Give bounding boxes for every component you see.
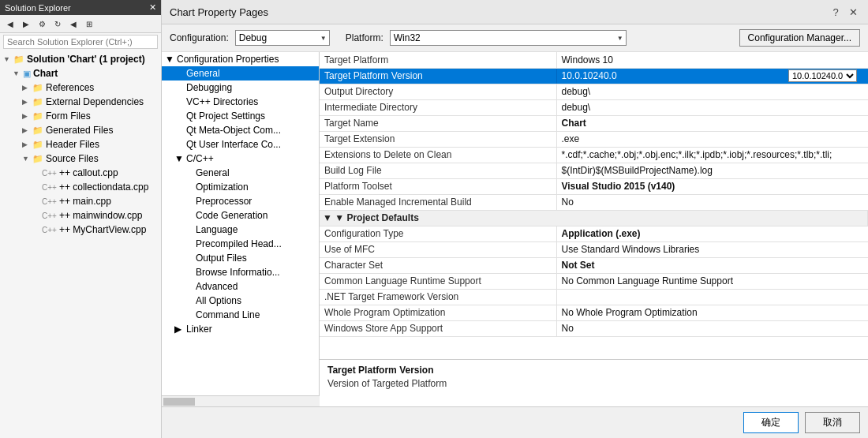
- se-tree-item[interactable]: C++++ main.cpp: [0, 194, 161, 208]
- property-tree-item[interactable]: Preprocessor: [162, 194, 319, 208]
- cancel-button[interactable]: 取消: [805, 412, 860, 433]
- prop-tree-label: Code Generation: [196, 210, 268, 221]
- project-icon: ▣: [23, 69, 31, 79]
- prop-value-cell: 10.0.10240.0 10.0.10240.0: [556, 68, 868, 84]
- se-tree-item[interactable]: ▼📁Source Files: [0, 152, 161, 166]
- prop-tree-label: Qt Project Settings: [186, 110, 265, 122]
- dialog-help-button[interactable]: ?: [829, 5, 843, 19]
- prop-name-cell: Windows Store App Support: [320, 320, 556, 336]
- property-row[interactable]: ▼ ▼ Project Defaults: [320, 210, 868, 226]
- prop-tree-label: VC++ Directories: [186, 96, 258, 107]
- dialog-titlebar: Chart Property Pages ? ✕: [162, 0, 868, 24]
- property-row[interactable]: Enable Managed Incremental Build No: [320, 194, 868, 210]
- se-toolbar-btn-2[interactable]: ▶: [19, 17, 33, 31]
- se-tree-item[interactable]: C++++ collectiondata.cpp: [0, 180, 161, 194]
- se-toolbar-btn-1[interactable]: ◀: [3, 17, 17, 31]
- property-row[interactable]: Whole Program Optimization No Whole Prog…: [320, 305, 868, 320]
- prop-value-cell: Application (.exe): [556, 226, 868, 241]
- property-tree-item[interactable]: Language: [162, 223, 319, 237]
- solution-explorer-header: Solution Explorer ✕: [0, 0, 161, 15]
- dialog-close-button[interactable]: ✕: [846, 5, 860, 19]
- property-tree-item[interactable]: Browse Informatio...: [162, 265, 319, 279]
- property-tree-item[interactable]: Advanced: [162, 279, 319, 294]
- solution-explorer-close-icon[interactable]: ✕: [149, 2, 156, 13]
- config-manager-button[interactable]: Configuration Manager...: [739, 29, 860, 47]
- property-tree-item[interactable]: Optimization: [162, 180, 319, 194]
- tree-item-label: ++ main.cpp: [59, 196, 111, 207]
- property-tree-item[interactable]: Precompiled Head...: [162, 237, 319, 251]
- property-tree-item[interactable]: Qt User Interface Co...: [162, 137, 319, 152]
- se-tree-item[interactable]: ▼▣Chart: [0, 66, 161, 80]
- ok-button[interactable]: 确定: [743, 412, 799, 433]
- property-row[interactable]: Target Platform Version 10.0.10240.0 10.…: [320, 68, 868, 84]
- file-icon: C++: [42, 197, 57, 206]
- property-row[interactable]: Extensions to Delete on Clean *.cdf;*.ca…: [320, 147, 868, 163]
- tree-scrollbar-thumb[interactable]: [163, 398, 195, 406]
- se-tree-item[interactable]: ▶📁Header Files: [0, 137, 161, 152]
- prop-value-cell: Visual Studio 2015 (v140): [556, 178, 868, 194]
- prop-value: .exe: [562, 133, 580, 144]
- platform-select[interactable]: Win32: [390, 30, 627, 46]
- property-row[interactable]: Use of MFC Use Standard Windows Librarie…: [320, 241, 868, 257]
- se-tree-item[interactable]: ▶📁Generated Files: [0, 123, 161, 137]
- property-tree-item[interactable]: Command Line: [162, 308, 319, 322]
- property-row[interactable]: Common Language Runtime Support No Commo…: [320, 273, 868, 289]
- se-toolbar-btn-6[interactable]: ⊞: [82, 17, 96, 31]
- se-tree-item[interactable]: ▶📁External Dependencies: [0, 95, 161, 109]
- property-tree-item[interactable]: General: [162, 166, 319, 180]
- se-toolbar-btn-5[interactable]: ◀: [66, 17, 80, 31]
- tree-arrow: ▼: [22, 155, 30, 163]
- property-row[interactable]: Platform Toolset Visual Studio 2015 (v14…: [320, 178, 868, 194]
- prop-tree-label: Advanced: [196, 281, 238, 292]
- property-tree-item[interactable]: Code Generation: [162, 208, 319, 223]
- property-row[interactable]: .NET Target Framework Version: [320, 289, 868, 305]
- se-toolbar-btn-3[interactable]: ⚙: [35, 17, 49, 31]
- se-toolbar-btn-4[interactable]: ↻: [51, 17, 65, 31]
- prop-value: debug\: [562, 86, 591, 97]
- prop-name-cell: Output Directory: [320, 84, 556, 99]
- folder-icon: 📁: [32, 111, 43, 122]
- property-tree-item[interactable]: ▼C/C++: [162, 152, 319, 166]
- property-row[interactable]: Target Name Chart: [320, 115, 868, 131]
- property-row[interactable]: Character Set Not Set: [320, 257, 868, 273]
- property-tree-item[interactable]: General: [162, 66, 319, 80]
- solution-explorer-search[interactable]: [3, 35, 158, 49]
- property-tree-item[interactable]: All Options: [162, 294, 319, 308]
- prop-tree-label: Linker: [186, 324, 212, 335]
- se-tree-item[interactable]: C++++ MyChartView.cpp: [0, 223, 161, 237]
- property-tree-item[interactable]: Qt Meta-Object Com...: [162, 123, 319, 137]
- property-row[interactable]: Target Platform Windows 10: [320, 52, 868, 68]
- tree-arrow: ▶: [22, 126, 30, 134]
- file-icon: C++: [42, 226, 57, 234]
- property-row[interactable]: Build Log File $(IntDir)$(MSBuildProject…: [320, 163, 868, 178]
- folder-icon: 📁: [32, 125, 43, 136]
- property-tree-item[interactable]: ▶Linker: [162, 322, 319, 336]
- solution-explorer-tree: ▼📁Solution 'Chart' (1 project)▼▣Chart▶📁R…: [0, 51, 161, 438]
- prop-value-cell: $(IntDir)$(MSBuildProjectName).log: [556, 163, 868, 178]
- property-tree-item[interactable]: VC++ Directories: [162, 95, 319, 109]
- property-row[interactable]: Target Extension .exe: [320, 131, 868, 147]
- property-tree-item[interactable]: ▼Configuration Properties: [162, 52, 319, 66]
- prop-name-cell: .NET Target Framework Version: [320, 289, 556, 305]
- tree-horizontal-scrollbar[interactable]: [162, 395, 320, 406]
- property-tree-item[interactable]: Output Files: [162, 251, 319, 265]
- property-row[interactable]: Output Directory debug\: [320, 84, 868, 99]
- prop-value: No Common Language Runtime Support: [562, 275, 733, 286]
- folder-icon: 📁: [32, 154, 43, 164]
- prop-name-cell: Target Platform: [320, 52, 556, 68]
- se-tree-item[interactable]: C++++ callout.cpp: [0, 166, 161, 180]
- se-tree-item[interactable]: ▶📁References: [0, 80, 161, 95]
- property-tree-item[interactable]: Debugging: [162, 80, 319, 95]
- prop-value-select[interactable]: 10.0.10240.0: [788, 69, 857, 82]
- prop-name-cell: Platform Toolset: [320, 178, 556, 194]
- property-row[interactable]: Intermediate Directory debug\: [320, 99, 868, 115]
- config-select[interactable]: Debug: [235, 30, 330, 46]
- tree-item-label: Source Files: [46, 153, 99, 164]
- se-tree-item[interactable]: ▼📁Solution 'Chart' (1 project): [0, 52, 161, 66]
- property-row[interactable]: Configuration Type Application (.exe): [320, 226, 868, 241]
- property-row[interactable]: Windows Store App Support No: [320, 320, 868, 336]
- se-tree-item[interactable]: C++++ mainwindow.cpp: [0, 208, 161, 223]
- se-tree-item[interactable]: ▶📁Form Files: [0, 109, 161, 123]
- property-tree-item[interactable]: Qt Project Settings: [162, 109, 319, 123]
- prop-name-cell: Extensions to Delete on Clean: [320, 147, 556, 163]
